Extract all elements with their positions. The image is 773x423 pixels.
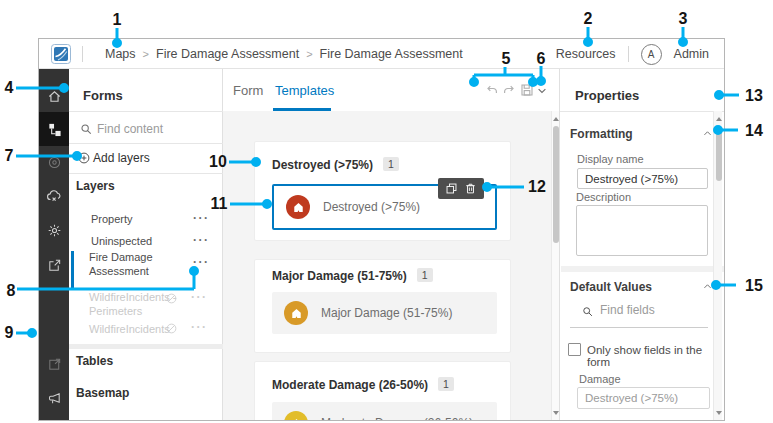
callout-number-8: 8 <box>7 282 16 300</box>
basemap-section-header[interactable]: Basemap <box>76 386 129 400</box>
layer-item-fire-damage-assessment[interactable]: Fire Damage Assessment <box>89 250 169 278</box>
user-menu[interactable]: Admin <box>674 47 709 61</box>
not-visible-icon <box>165 322 178 335</box>
add-layers-button[interactable]: Add layers <box>93 151 150 165</box>
display-name-label: Display name <box>577 153 644 165</box>
layer-options-icon[interactable]: ··· <box>193 211 210 225</box>
header-divider <box>82 46 83 62</box>
callout-number-11: 11 <box>211 195 228 213</box>
feedback-icon[interactable] <box>39 383 69 413</box>
plus-circle-icon <box>77 151 91 165</box>
breadcrumb: Maps > Fire Damage Assessment > Fire Dam… <box>105 47 463 61</box>
template-group-title: Destroyed (>75%)1 <box>272 157 399 172</box>
expand-icon[interactable] <box>39 413 69 421</box>
editor-tabbar: Form Templates <box>223 69 559 111</box>
divider <box>69 143 223 144</box>
layer-options-icon[interactable]: ··· <box>191 320 208 334</box>
undo-icon[interactable] <box>484 82 500 98</box>
description-textarea[interactable] <box>576 205 708 256</box>
damage-field-input[interactable] <box>577 387 710 409</box>
sharing-icon[interactable] <box>39 250 69 280</box>
properties-scrollbar[interactable] <box>713 111 722 421</box>
section-separator <box>561 266 724 272</box>
template-count-badge: 1 <box>438 377 454 391</box>
divider <box>69 111 223 112</box>
find-content-input[interactable]: Find content <box>97 122 163 136</box>
moderate-damage-symbol <box>284 411 308 421</box>
callout-number-5: 5 <box>502 50 511 68</box>
app-header: Maps > Fire Damage Assessment > Fire Dam… <box>39 39 724 69</box>
redo-icon[interactable] <box>501 82 517 98</box>
template-item-label: Major Damage (51-75%) <box>321 306 452 320</box>
avatar[interactable]: A <box>641 44 662 65</box>
annotated-screenshot: Maps > Fire Damage Assessment > Fire Dam… <box>0 0 773 423</box>
search-icon <box>581 305 594 318</box>
tables-section-header[interactable]: Tables <box>76 354 113 368</box>
only-show-fields-label: Only show fields in the form <box>587 344 724 368</box>
only-show-fields-checkbox[interactable] <box>568 343 581 356</box>
house-icon <box>292 201 305 214</box>
properties-panel: Properties Formatting Display name Descr… <box>559 69 724 421</box>
forms-icon[interactable] <box>39 114 69 144</box>
tab-form[interactable]: Form <box>233 83 263 98</box>
callout-number-3: 3 <box>679 10 688 28</box>
collapse-default-values-icon[interactable] <box>702 281 713 292</box>
nav-rail <box>39 69 69 421</box>
layer-item-uninspected[interactable]: Uninspected <box>91 234 179 248</box>
callout-number-9: 9 <box>5 324 14 342</box>
layer-item-wildfireincidents-perimeters[interactable]: WildfireIncidents - Perimeters <box>89 290 177 318</box>
layer-options-icon[interactable]: ··· <box>193 255 210 269</box>
home-icon[interactable] <box>39 81 69 111</box>
geofences-icon[interactable] <box>39 147 69 177</box>
callout-number-6: 6 <box>537 50 546 68</box>
find-fields-input[interactable] <box>600 303 700 317</box>
template-item-label: Destroyed (>75%) <box>323 200 420 214</box>
template-item-major-damage[interactable]: Major Damage (51-75%) <box>272 292 497 334</box>
callout-number-14: 14 <box>745 122 763 140</box>
tab-templates[interactable]: Templates <box>275 83 334 98</box>
properties-title: Properties <box>575 88 639 103</box>
formatting-section-header[interactable]: Formatting <box>570 127 633 141</box>
house-icon <box>290 417 303 422</box>
duplicate-icon[interactable] <box>445 182 458 195</box>
house-icon <box>290 307 303 320</box>
display-name-input[interactable] <box>577 168 708 189</box>
destroyed-symbol <box>286 195 310 219</box>
layer-options-icon[interactable]: ··· <box>191 290 208 304</box>
forms-panel: Forms Find content Add layers Layers Pro… <box>69 69 223 421</box>
template-item-label: Moderate Damage (26-50%) <box>321 416 473 421</box>
group-title-text: Major Damage (51-75%) <box>272 269 407 283</box>
scroll-down-arrow[interactable] <box>716 411 722 415</box>
search-icon <box>79 122 93 136</box>
breadcrumb-map-name[interactable]: Fire Damage Assessment <box>156 47 299 61</box>
callout-number-7: 7 <box>5 147 14 165</box>
template-group-title: Moderate Damage (26-50%)1 <box>272 377 454 392</box>
layer-item-property[interactable]: Property <box>91 212 179 226</box>
layer-options-icon[interactable]: ··· <box>193 233 210 247</box>
templates-scrollbar[interactable] <box>551 111 559 421</box>
layers-section-header[interactable]: Layers <box>76 179 115 193</box>
default-values-section-header[interactable]: Default Values <box>570 280 652 294</box>
scrollbar-thumb[interactable] <box>716 126 722 181</box>
resources-link[interactable]: Resources <box>556 47 616 61</box>
breadcrumb-maps[interactable]: Maps <box>105 47 136 61</box>
scroll-up-arrow[interactable] <box>716 117 722 121</box>
header-divider <box>628 46 629 62</box>
save-icon[interactable] <box>519 82 535 98</box>
save-menu-chevron-icon[interactable] <box>536 85 548 97</box>
layer-item-wildfireincidents[interactable]: WildfireIncidents <box>89 322 177 336</box>
delete-icon[interactable] <box>464 182 477 195</box>
template-count-badge: 1 <box>383 157 399 171</box>
damage-field-label: Damage <box>579 373 621 385</box>
forms-panel-title: Forms <box>83 88 123 103</box>
breadcrumb-separator: > <box>143 48 149 60</box>
template-item-moderate-damage[interactable]: Moderate Damage (26-50%) <box>272 402 497 421</box>
major-damage-symbol <box>284 301 308 325</box>
open-in-map-viewer-icon[interactable] <box>39 349 69 379</box>
template-group-title: Major Damage (51-75%)1 <box>272 268 433 283</box>
collapse-formatting-icon[interactable] <box>702 128 713 139</box>
offline-icon[interactable] <box>39 181 69 211</box>
settings-icon[interactable] <box>39 215 69 245</box>
breadcrumb-separator: > <box>306 48 312 60</box>
callout-number-12: 12 <box>528 178 546 196</box>
